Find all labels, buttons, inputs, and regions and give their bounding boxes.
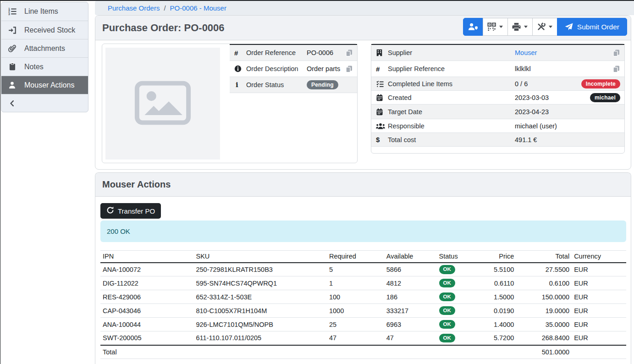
- copy-icon[interactable]: [345, 65, 353, 73]
- sidebar-item-label: Notes: [24, 63, 44, 71]
- list-ol-icon: 123: [8, 7, 17, 16]
- cell-currency: EUR: [572, 304, 626, 318]
- options-menu[interactable]: [532, 18, 557, 36]
- sidebar-item-label: Mouser Actions: [24, 81, 74, 89]
- detail-extra: [345, 65, 353, 73]
- cell-status: OK: [437, 290, 469, 304]
- detail-extra: Incomplete: [581, 79, 620, 88]
- detail-label: Total cost: [388, 136, 515, 143]
- order-image-placeholder[interactable]: [105, 48, 220, 160]
- transfer-po-button[interactable]: Transfer PO: [100, 203, 161, 219]
- detail-label: Responsible: [388, 122, 515, 130]
- status-alert: 200 OK: [100, 221, 626, 242]
- cell-required: 25: [327, 318, 384, 331]
- print-menu[interactable]: [507, 18, 533, 36]
- cell-available: 47: [384, 331, 437, 345]
- sign-in-icon: [8, 26, 17, 34]
- detail-value: PO-0006: [307, 49, 345, 56]
- cell-total: 268.8400: [516, 331, 572, 345]
- detail-label: Target Date: [388, 108, 515, 116]
- detail-row-total-cost: $Total cost491.1 €: [371, 133, 624, 147]
- cell-ipn: ANA-100072: [100, 263, 193, 276]
- total-cell-total: 501.0000: [516, 345, 572, 359]
- page-title: Purchase Order: PO-0006: [102, 22, 225, 34]
- sidebar-item-received-stock[interactable]: Received Stock: [1, 21, 88, 39]
- cell-required: 100: [327, 290, 384, 304]
- column-header-available: Available: [384, 251, 437, 263]
- status-ok-badge: OK: [439, 320, 455, 329]
- mouser-actions-panel: Mouser Actions Transfer PO 200 OK IPNSKU…: [95, 172, 631, 364]
- paperclip-icon: [8, 44, 17, 53]
- sidebar-collapse-button[interactable]: [1, 94, 88, 112]
- sidebar-item-mouser-actions[interactable]: Mouser Actions: [1, 76, 88, 94]
- pending-badge: Pending: [307, 80, 338, 89]
- status-ok-badge: OK: [439, 292, 455, 302]
- detail-label: Completed Line Items: [388, 80, 515, 88]
- image-icon: [134, 80, 192, 127]
- detail-label: Order Status: [246, 81, 307, 88]
- mouser-actions-heading: Mouser Actions: [95, 173, 631, 197]
- window-left-edge: [0, 0, 0, 364]
- sidebar-item-label: Attachments: [24, 44, 65, 53]
- toolbar: Submit Order: [463, 18, 627, 36]
- detail-value: lklklkl: [515, 65, 612, 72]
- cell-ipn: ANA-100044: [100, 318, 193, 331]
- sidebar-item-label: Line Items: [24, 7, 58, 16]
- cell-currency: EUR: [572, 290, 626, 304]
- table-row: RES-429006652-3314Z-1-503E100186OK1.5000…: [100, 290, 626, 304]
- cell-total: 27.5500: [516, 263, 572, 276]
- copy-icon[interactable]: [612, 65, 620, 73]
- order-card: #Order ReferencePO-0006Order Description…: [102, 44, 358, 163]
- cell-required: 5: [327, 263, 384, 276]
- caret-down-icon: [524, 26, 528, 28]
- copy-icon[interactable]: [345, 49, 353, 57]
- cell-total: 19.0000: [516, 304, 572, 318]
- list-check-icon: [376, 80, 388, 88]
- table-header-row: IPNSKURequiredAvailableStatusPriceTotalC…: [100, 251, 626, 263]
- detail-value: michael (user): [515, 122, 620, 130]
- detail-row-created: Created2023-03-03michael: [371, 91, 624, 105]
- cell-price: 1.4000: [469, 318, 517, 331]
- total-cell-status: [437, 345, 469, 359]
- cell-price: 1.5000: [469, 290, 517, 304]
- cell-available: 186: [384, 290, 437, 304]
- info-icon: i: [234, 82, 246, 88]
- breadcrumb: Purchase Orders/PO-0006 - Mouser: [95, 1, 634, 15]
- cell-currency: EUR: [572, 263, 626, 276]
- cell-ipn: CAP-043046: [100, 304, 193, 318]
- cell-price: 0.6110: [469, 276, 517, 290]
- cell-available: 5866: [384, 263, 437, 276]
- detail-label: Order Description: [246, 65, 307, 72]
- tools-icon: [537, 22, 546, 31]
- admin-button[interactable]: [463, 18, 483, 36]
- cell-sku: 611-110.107.011/0205: [193, 331, 327, 345]
- cell-status: OK: [437, 318, 469, 331]
- status-ok-badge: OK: [439, 306, 455, 315]
- caret-down-icon: [549, 26, 552, 28]
- status-ok-badge: OK: [439, 279, 455, 288]
- table-row: ANA-100072250-72981KLRATR150B355866OK5.5…: [100, 263, 626, 276]
- sidebar-item-notes[interactable]: Notes: [1, 57, 88, 76]
- submit-order-button[interactable]: Submit Order: [557, 18, 627, 36]
- column-header-price: Price: [469, 251, 517, 263]
- detail-label: Supplier Reference: [388, 65, 515, 72]
- detail-row-target-date: Target Date2023-04-23: [371, 105, 624, 119]
- mouser-link[interactable]: Mouser: [515, 49, 537, 56]
- cell-status: OK: [437, 304, 469, 318]
- breadcrumb-link-purchase-orders[interactable]: Purchase Orders: [108, 4, 160, 12]
- barcode-menu[interactable]: [483, 18, 508, 36]
- copy-icon[interactable]: [612, 49, 620, 57]
- total-cell-currency: [572, 345, 626, 359]
- table-total-row: Total501.0000: [100, 345, 626, 359]
- detail-row-order-reference: #Order ReferencePO-0006: [230, 45, 357, 61]
- sidebar-item-attachments[interactable]: Attachments: [1, 39, 88, 57]
- calendar-icon: [376, 108, 388, 116]
- sidebar-item-line-items[interactable]: 123Line Items: [1, 2, 88, 21]
- cell-sku: 595-SN74HCS74QPWRQ1: [193, 276, 327, 290]
- order-panel: Purchase Order: PO-0006 Submit Order #Or…: [95, 15, 631, 170]
- hash-icon: #: [234, 50, 246, 56]
- cell-ipn: SWT-200005: [100, 331, 193, 345]
- user-shield-icon: [468, 22, 479, 31]
- alert-text: 200 OK: [107, 227, 130, 235]
- breadcrumb-link-po-0006-mouser[interactable]: PO-0006 - Mouser: [170, 4, 226, 12]
